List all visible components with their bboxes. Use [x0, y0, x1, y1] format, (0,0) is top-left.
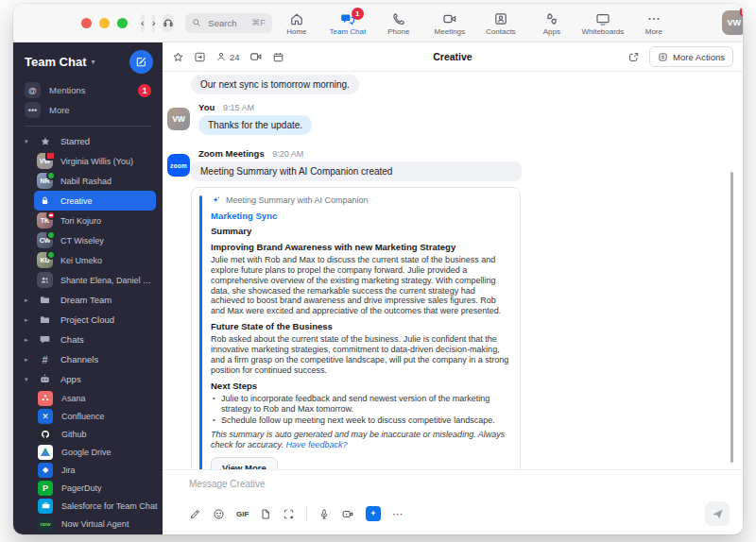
nav-meetings[interactable]: Meetings	[425, 9, 474, 36]
more-tools-icon[interactable]: ⋯	[392, 508, 404, 520]
section-channels[interactable]: ▸ # Channels	[13, 349, 163, 369]
user-avatar[interactable]: VW	[722, 10, 743, 35]
zoom-meetings-avatar[interactable]: zoom	[167, 154, 190, 177]
notice-bubble[interactable]: Meeting Summary with AI Companion create…	[191, 161, 522, 181]
minimize-button[interactable]	[99, 18, 110, 28]
sidebar-item-now-virtual-agent[interactable]: now Now Virtual Agent	[13, 515, 163, 533]
more-actions-button[interactable]: More Actions	[649, 46, 733, 67]
sidebar-item-github[interactable]: Github	[13, 425, 163, 443]
section-chats[interactable]: ▸ Chats	[13, 330, 163, 349]
nav-phone[interactable]: Phone	[374, 9, 423, 36]
apps-icon	[544, 11, 559, 26]
nav-more[interactable]: More	[629, 9, 679, 36]
sidebar-item-tori-kojuro[interactable]: TK Tori Kojuro	[34, 211, 156, 230]
file-icon[interactable]	[260, 508, 271, 520]
chevron-right-icon: ▸	[25, 356, 38, 364]
sidebar-item-google-drive[interactable]: Google Drive	[13, 443, 163, 461]
chevron-down-icon: ▾	[25, 376, 38, 383]
chevron-down-icon: ▾	[25, 138, 38, 145]
ellipsis-icon	[646, 11, 662, 26]
section-heading: Future State of the Business	[211, 321, 510, 331]
screenshot-icon[interactable]	[283, 508, 295, 520]
section-starred[interactable]: ▾ Starred	[13, 131, 163, 151]
message-header: You 9:15 AM	[198, 102, 743, 112]
sidebar-item-creative[interactable]: Creative	[34, 191, 156, 211]
member-count[interactable]: 24	[215, 51, 240, 62]
send-button[interactable]	[705, 501, 730, 526]
shared-space-icon[interactable]	[194, 51, 206, 63]
search-input[interactable]	[206, 17, 251, 29]
nav-team-chat[interactable]: 1 Team Chat	[323, 9, 372, 36]
message-input[interactable]	[189, 479, 730, 489]
sidebar-item-confluence[interactable]: ✕ Confluence	[13, 407, 163, 425]
search-shortcut: ⌘F	[251, 18, 266, 27]
feedback-link[interactable]: Have feedback?	[285, 440, 347, 449]
sidebar-item-nabil-rashad[interactable]: NR Nabil Rashad	[34, 171, 156, 191]
message-list[interactable]: Our next sync is tomorrow morning. VW Yo…	[163, 72, 743, 469]
mentions-badge: 1	[138, 84, 151, 97]
sidebar-item-kei-umeko[interactable]: KU Kei Umeko	[34, 250, 156, 270]
avatar[interactable]: VW	[167, 108, 190, 130]
search-field[interactable]: ⌘F	[185, 13, 272, 33]
message-bubble[interactable]: Our next sync is tomorrow morning.	[191, 75, 359, 94]
sidebar-item-group-chat[interactable]: Shante Elena, Daniel Bow...	[34, 270, 156, 290]
nav-whiteboards[interactable]: Whiteboards	[578, 9, 627, 36]
now-icon: now	[38, 517, 53, 532]
nav-apps[interactable]: Apps	[527, 9, 576, 36]
sidebar-item-mentions[interactable]: @ Mentions 1	[13, 80, 163, 100]
microphone-icon[interactable]	[318, 508, 330, 520]
sidebar-item-asana[interactable]: ∴ Asana	[13, 389, 163, 407]
headset-button[interactable]	[163, 14, 174, 32]
view-more-button[interactable]: View More	[211, 457, 278, 469]
video-clip-icon[interactable]	[341, 508, 354, 520]
emoji-icon[interactable]	[213, 508, 225, 520]
dnd-status-badge	[46, 211, 56, 220]
section-heading: Next Steps	[211, 381, 510, 391]
home-icon	[289, 11, 304, 26]
ai-companion-icon[interactable]	[366, 506, 381, 521]
calendar-icon[interactable]	[272, 51, 284, 63]
section-project-cloud[interactable]: ▸ Project Cloud	[13, 310, 163, 330]
sidebar-item-more[interactable]: ••• More	[13, 100, 163, 120]
format-icon[interactable]	[189, 508, 201, 520]
message-bubble[interactable]: Thanks for the update.	[198, 115, 312, 135]
gif-icon[interactable]: GIF	[236, 510, 249, 518]
divider	[25, 126, 151, 127]
star-icon[interactable]	[172, 51, 184, 63]
sidebar-item-virginia-willis[interactable]: VW Virginia Willis (You)	[34, 151, 156, 171]
nav-contacts[interactable]: Contacts	[476, 9, 525, 36]
pop-out-icon[interactable]	[627, 51, 640, 63]
nav-home[interactable]: Home	[272, 9, 321, 36]
sidebar-title[interactable]: Team Chat	[25, 55, 87, 69]
online-status-dot	[46, 230, 56, 240]
compose-button[interactable]	[129, 50, 153, 74]
sender-name: Zoom Meetings	[198, 148, 265, 159]
close-button[interactable]	[81, 18, 92, 28]
chat-panel: Creative 24 More Actions	[163, 42, 743, 534]
composer-toolbar: GIF ⋯	[189, 501, 730, 526]
card-header: Meeting Summary with AI Companion	[211, 195, 510, 206]
section-dream-team[interactable]: ▸ Dream Team	[13, 290, 163, 310]
recording-badge	[740, 8, 743, 16]
message-time: 9:20 AM	[272, 149, 303, 159]
sidebar-item-jira[interactable]: ◆ Jira	[13, 461, 163, 479]
video-icon[interactable]	[249, 50, 263, 63]
hash-icon: #	[38, 354, 52, 365]
forward-button[interactable]: ›	[152, 14, 156, 32]
sidebar-item-pagerduty[interactable]: P PagerDuty	[13, 479, 163, 497]
online-status-dot	[46, 171, 56, 180]
window-controls	[81, 18, 128, 28]
sidebar-item-salesforce[interactable]: Salesforce for Team Chat	[13, 497, 163, 515]
star-icon	[38, 136, 52, 147]
zoom-window-button[interactable]	[117, 18, 128, 28]
scrollbar[interactable]	[730, 172, 733, 463]
section-apps[interactable]: ▾ Apps	[13, 369, 163, 389]
meeting-title-link[interactable]: Marketing Sync	[211, 211, 510, 221]
sidebar-item-ct-wiseley[interactable]: CW CT Wiseley	[34, 230, 156, 250]
chevron-right-icon: ▸	[25, 336, 38, 344]
composer: GIF ⋯	[163, 469, 743, 534]
folder-icon	[38, 294, 52, 306]
divider	[306, 507, 307, 520]
message-time: 9:15 AM	[223, 103, 254, 112]
back-button[interactable]: ‹	[141, 14, 145, 32]
